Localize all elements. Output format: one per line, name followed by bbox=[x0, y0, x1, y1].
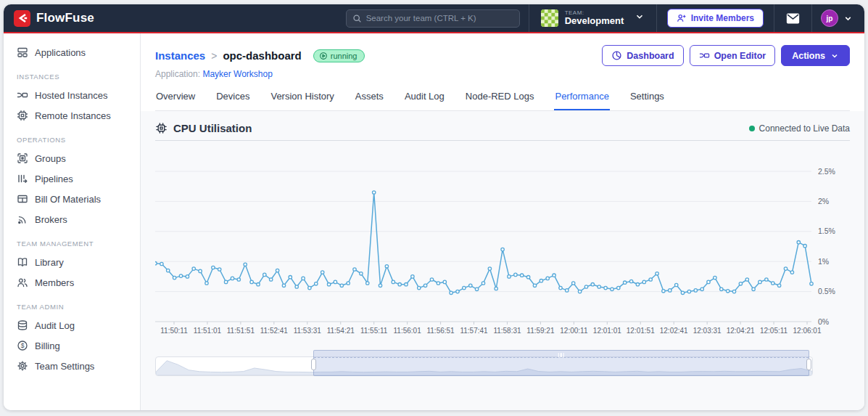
tab-audit-log[interactable]: Audit Log bbox=[404, 89, 445, 110]
sidebar-section-team-admin: TEAM ADMIN bbox=[4, 293, 140, 315]
page-header: Instances > opc-dashboard running Dashbo… bbox=[141, 33, 864, 111]
sidebar-item-label: Library bbox=[35, 257, 64, 268]
actions-button[interactable]: Actions bbox=[781, 45, 850, 66]
cpu-chip-icon bbox=[155, 122, 168, 134]
breadcrumb: Instances > opc-dashboard running Dashbo… bbox=[155, 45, 850, 66]
svg-text:11:58:31: 11:58:31 bbox=[493, 327, 521, 335]
remote-instances-icon bbox=[17, 110, 28, 121]
search-icon bbox=[352, 14, 362, 23]
notifications-button[interactable] bbox=[774, 13, 811, 24]
cpu-chart-svg[interactable]: 11:50:1111:51:0111:51:5111:52:4111:53:31… bbox=[155, 145, 848, 338]
application-link[interactable]: Mayker Workshop bbox=[202, 69, 272, 79]
svg-text:2%: 2% bbox=[818, 197, 829, 205]
flowfuse-logo[interactable]: FlowFuse bbox=[4, 10, 104, 27]
sidebar-section-instances: INSTANCES bbox=[4, 62, 140, 85]
invite-members-button[interactable]: Invite Members bbox=[667, 9, 764, 28]
billing-icon: $ bbox=[17, 340, 28, 351]
svg-text:0.5%: 0.5% bbox=[818, 287, 835, 295]
sidebar-item-members[interactable]: Members bbox=[4, 272, 140, 293]
gear-icon bbox=[17, 360, 28, 372]
brush-handle-left[interactable] bbox=[311, 359, 316, 370]
y-axis-labels: 0%0.5%1%1.5%2%2.5% bbox=[818, 167, 835, 326]
svg-text:11:59:21: 11:59:21 bbox=[526, 327, 555, 335]
sidebar-item-label: Bill Of Materials bbox=[35, 194, 101, 205]
search-input[interactable] bbox=[366, 14, 513, 23]
sidebar-item-pipelines[interactable]: Pipelines bbox=[4, 168, 140, 189]
brush-selection[interactable] bbox=[313, 350, 809, 376]
sidebar-item-groups[interactable]: Groups bbox=[4, 148, 140, 168]
sidebar-item-billing[interactable]: $ Billing bbox=[4, 335, 140, 356]
tab-version-history[interactable]: Version History bbox=[270, 89, 334, 110]
svg-text:1%: 1% bbox=[818, 257, 829, 266]
node-red-icon bbox=[699, 50, 710, 61]
tab-settings[interactable]: Settings bbox=[629, 89, 665, 110]
svg-text:11:53:31: 11:53:31 bbox=[294, 327, 322, 335]
tab-performance[interactable]: Performance bbox=[554, 89, 609, 110]
app-window: FlowFuse TEAM: Development bbox=[4, 4, 864, 410]
svg-text:11:51:51: 11:51:51 bbox=[227, 327, 255, 335]
breadcrumb-instances-link[interactable]: Instances bbox=[155, 49, 205, 62]
svg-text:12:04:21: 12:04:21 bbox=[727, 327, 755, 335]
sidebar-item-applications[interactable]: Applications bbox=[4, 42, 140, 62]
main-area: Instances > opc-dashboard running Dashbo… bbox=[141, 33, 864, 410]
svg-text:11:51:01: 11:51:01 bbox=[194, 327, 222, 335]
brush-grip-icon[interactable] bbox=[558, 353, 564, 358]
sidebar-item-brokers[interactable]: Brokers bbox=[4, 209, 140, 229]
chevron-down-icon bbox=[830, 52, 839, 60]
brush-handle-right[interactable] bbox=[806, 359, 811, 370]
dashboard-button[interactable]: Dashboard bbox=[602, 45, 683, 66]
mail-icon bbox=[786, 13, 800, 24]
svg-text:12:05:11: 12:05:11 bbox=[760, 327, 788, 335]
team-avatar bbox=[541, 9, 558, 27]
sidebar-item-team-settings[interactable]: Team Settings bbox=[4, 356, 140, 376]
sidebar-item-label: Hosted Instances bbox=[35, 90, 107, 101]
members-icon bbox=[17, 277, 28, 288]
svg-text:11:52:41: 11:52:41 bbox=[260, 327, 289, 335]
search-bar[interactable] bbox=[346, 9, 520, 28]
user-avatar: jp bbox=[821, 9, 838, 27]
pipelines-icon bbox=[17, 173, 28, 184]
add-user-icon bbox=[677, 13, 687, 23]
pie-chart-icon bbox=[611, 50, 622, 61]
svg-text:12:02:41: 12:02:41 bbox=[660, 327, 688, 335]
svg-text:12:00:11: 12:00:11 bbox=[560, 327, 588, 335]
sidebar-item-audit-log[interactable]: Audit Log bbox=[4, 315, 140, 335]
bill-of-materials-icon bbox=[17, 193, 28, 205]
svg-text:12:01:51: 12:01:51 bbox=[627, 327, 655, 335]
dashboard-button-label: Dashboard bbox=[627, 51, 674, 61]
tab-devices[interactable]: Devices bbox=[215, 89, 250, 110]
open-editor-button[interactable]: Open Editor bbox=[690, 45, 776, 66]
groups-icon bbox=[17, 152, 28, 164]
sidebar-item-remote-instances[interactable]: Remote Instances bbox=[4, 105, 140, 126]
invite-wrap: Invite Members bbox=[657, 9, 774, 28]
sidebar-item-library[interactable]: Library bbox=[4, 252, 140, 272]
tab-overview[interactable]: Overview bbox=[155, 89, 196, 110]
tab-bar: Overview Devices Version History Assets … bbox=[155, 89, 850, 111]
svg-text:11:55:11: 11:55:11 bbox=[360, 327, 388, 335]
svg-text:12:06:01: 12:06:01 bbox=[793, 327, 822, 335]
screen: FlowFuse TEAM: Development bbox=[0, 0, 868, 416]
applications-icon bbox=[17, 46, 28, 58]
team-selector[interactable]: TEAM: Development bbox=[529, 9, 656, 27]
svg-text:11:56:01: 11:56:01 bbox=[394, 327, 422, 335]
cpu-chart-area: 11:50:1111:51:0111:51:5111:52:4111:53:31… bbox=[155, 145, 850, 341]
svg-text:1.5%: 1.5% bbox=[818, 227, 835, 235]
tab-node-red-logs[interactable]: Node-RED Logs bbox=[465, 89, 535, 110]
sidebar-item-label: Billing bbox=[35, 340, 60, 351]
svg-text:$: $ bbox=[21, 342, 25, 349]
user-menu[interactable]: jp bbox=[812, 9, 864, 27]
application-row: Application: Mayker Workshop bbox=[155, 69, 850, 79]
status-badge: running bbox=[313, 49, 365, 62]
status-text: running bbox=[331, 52, 357, 60]
panel-header: CPU Utilisation Connected to Live Data bbox=[155, 122, 850, 141]
invite-members-label: Invite Members bbox=[691, 13, 754, 23]
performance-panel: CPU Utilisation Connected to Live Data 1… bbox=[141, 111, 864, 410]
open-editor-button-label: Open Editor bbox=[714, 51, 766, 61]
sidebar-item-hosted-instances[interactable]: Hosted Instances bbox=[4, 85, 140, 105]
team-chevron-down-icon bbox=[635, 12, 645, 25]
sidebar-item-bill-of-materials[interactable]: Bill Of Materials bbox=[4, 189, 140, 209]
svg-text:11:56:51: 11:56:51 bbox=[426, 327, 455, 335]
svg-text:12:01:01: 12:01:01 bbox=[593, 327, 621, 335]
sidebar-item-label: Brokers bbox=[35, 214, 67, 225]
tab-assets[interactable]: Assets bbox=[355, 89, 384, 110]
